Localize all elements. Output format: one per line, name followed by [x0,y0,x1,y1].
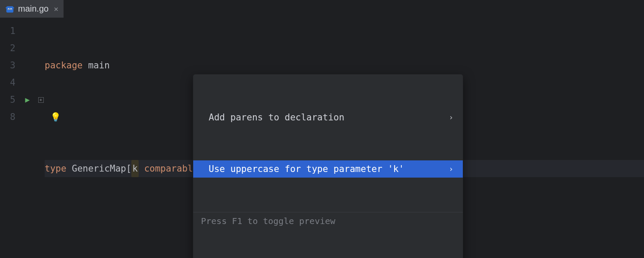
run-icon[interactable]: ▶ [25,91,30,108]
intention-item[interactable]: Add parens to declaration › [193,109,463,126]
intention-popup: Add parens to declaration › Use uppercas… [193,74,463,258]
run-gutter: ▶ [18,18,37,258]
tab-filename: main.go [18,4,49,14]
popup-hint: Press F1 to toggle preview [193,212,463,229]
close-icon[interactable]: × [52,4,58,13]
line-number-gutter: 1 2 3 4 5 8 [0,18,18,258]
go-file-icon [5,4,15,14]
editor-area: 1 2 3 4 5 8 ▶ + package main 💡 type Gene… [0,18,644,258]
constraint: comparable [144,160,198,177]
line-number: 4 [0,74,18,91]
keyword: type [45,160,67,177]
line-number: 1 [0,22,18,40]
tab-bar: main.go × [0,0,644,18]
type-name: GenericMap [72,160,126,177]
svg-rect-6 [13,7,14,8]
file-tab[interactable]: main.go × [0,0,64,18]
bracket: [ [126,160,132,177]
code-area[interactable]: package main 💡 type GenericMap[k compara… [45,18,644,258]
code-line: package main [45,57,644,74]
chevron-right-icon: › [449,160,453,178]
intention-item-selected[interactable]: Use uppercase for type parameter 'k' › [193,160,463,178]
intention-label: Use uppercase for type parameter 'k' [209,160,404,178]
type-param-warning: k [131,160,139,177]
space [139,160,144,177]
line-number: 3 [0,57,18,74]
identifier: main [88,57,110,74]
svg-point-3 [8,9,9,9]
svg-rect-5 [6,7,7,8]
line-number: 8 [0,108,18,126]
intention-label: Add parens to declaration [209,109,344,126]
line-number: 2 [0,40,18,57]
svg-rect-0 [6,6,14,12]
chevron-right-icon: › [449,109,453,126]
fold-expand-icon[interactable]: + [38,97,44,103]
svg-point-4 [11,9,12,9]
line-number: 5 [0,91,18,108]
intention-bulb-icon[interactable]: 💡 [50,108,61,126]
keyword: package [45,57,83,74]
fold-gutter: + [37,18,45,258]
